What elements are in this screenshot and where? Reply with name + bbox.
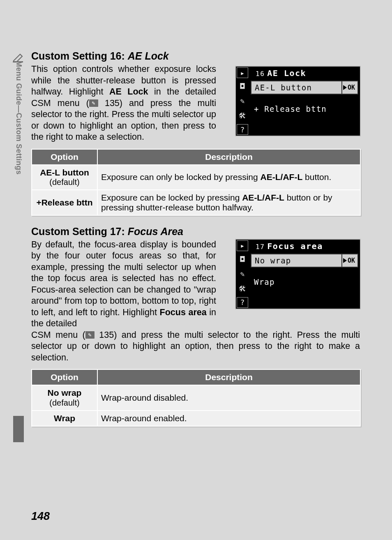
options-table-cs17: Option Description No wrap (default) Wra…: [31, 369, 361, 426]
lcd-setting-name: AE Lock: [267, 68, 306, 78]
bold-fragment: AE Lock: [109, 87, 148, 97]
lcd-setting-number: 16: [256, 70, 265, 78]
table-row: No wrap (default) Wrap-around disabled.: [32, 385, 360, 410]
table-header-row: Option Description: [32, 369, 360, 385]
header-band: [0, 0, 392, 45]
table-header-row: Option Description: [32, 149, 360, 165]
ok-indicator: OK: [341, 254, 356, 267]
lcd-options: No wrap OK Wrap: [251, 254, 358, 296]
section-ae-lock: Custom Setting 16: AE Lock ▸ ◘ ✎ 🛠 ? 16A…: [31, 50, 361, 216]
triangle-right-icon: [343, 258, 347, 263]
heading-italic: Focus Area: [128, 226, 183, 237]
body-paragraph-cs16: This option controls whether exposure lo…: [31, 64, 216, 143]
ok-text: OK: [348, 257, 355, 264]
lcd-option-label: No wrap: [253, 256, 341, 265]
play-icon: ▸: [237, 240, 248, 251]
pencil-small-icon: ✎: [236, 94, 249, 108]
ok-text: OK: [348, 84, 355, 91]
help-icon: ?: [237, 297, 248, 308]
manual-page: Menu Guide—Custom Settings Custom Settin…: [0, 0, 392, 540]
ok-indicator: OK: [341, 81, 356, 94]
option-default: (default): [35, 178, 94, 187]
text-fragment: CSM menu (: [31, 330, 85, 340]
lcd-option-label: AE-L button: [253, 83, 341, 92]
option-name: +Release bttn: [36, 198, 92, 207]
bold-fragment: AE-L/AF-L: [242, 193, 284, 202]
lcd-setting-number: 17: [256, 243, 265, 251]
lcd-options: AE-L button OK + Release bttn: [251, 81, 358, 123]
option-default: (default): [35, 398, 94, 408]
lcd-option-ael-button: AE-L button OK: [251, 81, 358, 95]
lcd-side-icons: ▸ ◘ ✎ 🛠 ?: [236, 67, 249, 136]
lcd-option-label: Wrap: [252, 277, 357, 286]
lcd-menu-ae-lock: ▸ ◘ ✎ 🛠 ? 16AE Lock AE-L button OK: [235, 66, 361, 136]
options-table-cs16: Option Description AE-L button (default)…: [31, 149, 361, 216]
lcd-option-label: + Release bttn: [252, 104, 357, 113]
section-side-label: Menu Guide—Custom Settings: [13, 61, 24, 192]
col-header-description: Description: [97, 149, 360, 165]
wrench-icon: 🛠: [236, 282, 249, 296]
option-name: No wrap: [48, 388, 82, 397]
text-fragment: button.: [302, 172, 331, 182]
help-icon: ?: [237, 124, 248, 135]
lcd-menu-focus-area: ▸ ◘ ✎ 🛠 ? 17Focus area No wrap OK: [235, 239, 361, 309]
lcd-option-release-bttn: + Release bttn: [251, 102, 358, 116]
table-row: Wrap Wrap-around enabled.: [32, 411, 360, 426]
description-cell: Wrap-around disabled.: [97, 385, 360, 410]
text-fragment: Exposure can be locked by pressing: [101, 193, 242, 202]
bold-fragment: Focus area: [160, 307, 207, 317]
wrench-icon: 🛠: [236, 108, 249, 123]
thumb-index-bar: [13, 416, 24, 442]
table-row: +Release bttn Exposure can be locked by …: [32, 190, 360, 215]
col-header-option: Option: [32, 149, 97, 165]
triangle-right-icon: [343, 85, 347, 90]
option-cell: +Release bttn: [32, 190, 97, 215]
lcd-title: 17Focus area: [256, 241, 323, 251]
bold-fragment: AE-L/AF-L: [261, 172, 303, 182]
heading-cs17: Custom Setting 17: Focus Area: [31, 226, 361, 238]
lcd-side-icons: ▸ ◘ ✎ 🛠 ?: [236, 240, 249, 309]
lcd-option-no-wrap: No wrap OK: [251, 254, 358, 268]
col-header-description: Description: [97, 369, 360, 385]
page-ref-icon: ✎: [85, 331, 95, 339]
page-number: 148: [31, 510, 50, 523]
lcd-title: 16AE Lock: [256, 68, 306, 78]
lcd-title-row: 17Focus area: [236, 240, 360, 253]
option-name: AE-L button: [40, 168, 89, 177]
lcd-option-wrap: Wrap: [251, 275, 358, 289]
camera-icon: ◘: [236, 252, 249, 267]
text-fragment: By default, the focus-area display is bo…: [31, 240, 216, 317]
description-cell: Exposure can be locked by pressing AE-L/…: [97, 190, 360, 215]
option-cell: No wrap (default): [32, 385, 97, 410]
heading-prefix: Custom Setting 16:: [31, 50, 128, 62]
body-paragraph-cs17a: By default, the focus-area display is bo…: [31, 239, 216, 330]
lcd-title-row: 16AE Lock: [236, 67, 360, 80]
heading-cs16: Custom Setting 16: AE Lock: [31, 50, 361, 62]
option-cell: Wrap: [32, 411, 97, 426]
heading-prefix: Custom Setting 17:: [31, 226, 128, 237]
description-cell: Exposure can only be locked by pressing …: [97, 165, 360, 190]
lcd-setting-name: Focus area: [267, 241, 323, 251]
col-header-option: Option: [32, 369, 97, 385]
table-row: AE-L button (default) Exposure can only …: [32, 165, 360, 190]
option-cell: AE-L button (default): [32, 165, 97, 190]
page-content: Custom Setting 16: AE Lock ▸ ◘ ✎ 🛠 ? 16A…: [31, 50, 361, 427]
text-fragment: Exposure can only be locked by pressing: [101, 172, 261, 182]
play-icon: ▸: [237, 67, 248, 78]
heading-italic: AE Lock: [128, 50, 169, 62]
option-name: Wrap: [54, 413, 75, 423]
page-ref-icon: ✎: [89, 99, 98, 107]
section-focus-area: Custom Setting 17: Focus Area ▸ ◘ ✎ 🛠 ? …: [31, 226, 361, 427]
camera-icon: ◘: [236, 79, 249, 94]
description-cell: Wrap-around enabled.: [97, 411, 360, 426]
body-paragraph-cs17b: CSM menu (✎ 135) and press the multi sel…: [31, 330, 360, 364]
pencil-small-icon: ✎: [236, 267, 249, 282]
